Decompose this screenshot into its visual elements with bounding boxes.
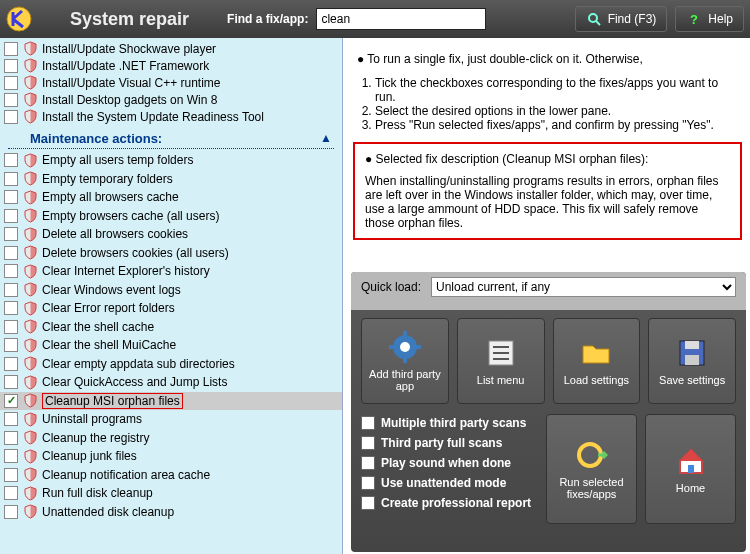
fix-item[interactable]: Delete browsers cookies (all users) xyxy=(0,244,342,263)
button-label: Run selected fixes/apps xyxy=(547,476,636,500)
shield-icon xyxy=(22,171,38,187)
fix-item[interactable]: Clear Error report folders xyxy=(0,299,342,318)
instruction-step: Press "Run selected fixes/apps", and con… xyxy=(375,118,734,132)
checkbox[interactable] xyxy=(361,476,375,490)
fix-item[interactable]: Cleanup the registry xyxy=(0,429,342,448)
checkbox[interactable] xyxy=(4,76,18,90)
checkbox[interactable] xyxy=(4,190,18,204)
quick-load-select[interactable]: Unload current, if any xyxy=(431,277,736,297)
checkbox[interactable] xyxy=(361,496,375,510)
option-checkbox-row[interactable]: Third party full scans xyxy=(361,436,538,450)
description-body: When installing/uninstalling programs re… xyxy=(365,174,730,230)
checkbox[interactable] xyxy=(4,505,18,519)
checkbox[interactable] xyxy=(4,412,18,426)
checkbox[interactable] xyxy=(4,264,18,278)
fix-item[interactable]: Clear QuickAccess and Jump Lists xyxy=(0,373,342,392)
fix-item[interactable]: Install/Update Visual C++ runtime xyxy=(0,74,342,91)
fix-item[interactable]: Install Desktop gadgets on Win 8 xyxy=(0,91,342,108)
fix-item[interactable]: Empty all users temp folders xyxy=(0,151,342,170)
checkbox[interactable] xyxy=(4,227,18,241)
details-panel: ● To run a single fix, just double-click… xyxy=(343,38,750,554)
fix-item[interactable]: Run full disk cleanup xyxy=(0,484,342,503)
search-input[interactable] xyxy=(316,8,486,30)
header: System repair Find a fix/app: Find (F3) … xyxy=(0,0,750,38)
fix-item[interactable]: Cleanup notification area cache xyxy=(0,466,342,485)
option-checkbox-row[interactable]: Multiple third party scans xyxy=(361,416,538,430)
checkbox[interactable] xyxy=(4,468,18,482)
checkbox[interactable] xyxy=(4,93,18,107)
checkbox[interactable] xyxy=(4,320,18,334)
fix-item-label: Delete browsers cookies (all users) xyxy=(42,246,229,260)
save-settings-button[interactable]: Save settings xyxy=(648,318,736,404)
fix-item[interactable]: Delete all browsers cookies xyxy=(0,225,342,244)
fix-item[interactable]: Uninstall programs xyxy=(0,410,342,429)
checkbox[interactable] xyxy=(4,431,18,445)
list-menu-button[interactable]: List menu xyxy=(457,318,545,404)
fix-item[interactable]: Install/Update .NET Framework xyxy=(0,57,342,74)
fix-item-label: Clear Error report folders xyxy=(42,301,175,315)
checkbox[interactable] xyxy=(361,456,375,470)
load-settings-button[interactable]: Load settings xyxy=(553,318,641,404)
checkbox[interactable] xyxy=(4,110,18,124)
checkbox[interactable] xyxy=(4,153,18,167)
find-button[interactable]: Find (F3) xyxy=(575,6,668,32)
checkbox[interactable] xyxy=(4,486,18,500)
shield-icon xyxy=(22,92,38,108)
fix-item[interactable]: Clear Windows event logs xyxy=(0,281,342,300)
option-checkbox-row[interactable]: Use unattended mode xyxy=(361,476,538,490)
checkbox[interactable] xyxy=(4,59,18,73)
fix-item-label: Empty temporary folders xyxy=(42,172,173,186)
fix-item[interactable]: Clear Internet Explorer's history xyxy=(0,262,342,281)
section-header[interactable]: Maintenance actions:▲ xyxy=(8,127,334,149)
fix-item[interactable]: Clear the shell cache xyxy=(0,318,342,337)
fix-item[interactable]: ✓Cleanup MSI orphan files xyxy=(0,392,342,411)
shield-icon xyxy=(22,189,38,205)
fix-item[interactable]: Empty all browsers cache xyxy=(0,188,342,207)
shield-icon xyxy=(22,263,38,279)
fix-item-label: Delete all browsers cookies xyxy=(42,227,188,241)
checkbox[interactable] xyxy=(361,436,375,450)
fix-item-label: Clear QuickAccess and Jump Lists xyxy=(42,375,227,389)
folder-icon xyxy=(579,336,613,370)
checkbox[interactable] xyxy=(4,375,18,389)
home-button[interactable]: Home xyxy=(645,414,736,524)
fix-item-label: Run full disk cleanup xyxy=(42,486,153,500)
run-selected-fixes-apps-button[interactable]: Run selected fixes/apps xyxy=(546,414,637,524)
fix-item-label: Cleanup junk files xyxy=(42,449,137,463)
checkbox[interactable]: ✓ xyxy=(4,394,18,408)
checkbox[interactable] xyxy=(4,301,18,315)
svg-rect-15 xyxy=(685,341,699,349)
checkbox[interactable] xyxy=(4,357,18,371)
list-icon xyxy=(484,336,518,370)
help-button[interactable]: ? Help xyxy=(675,6,744,32)
checkbox[interactable] xyxy=(4,449,18,463)
shield-icon xyxy=(22,356,38,372)
fix-item[interactable]: Unattended disk cleanup xyxy=(0,503,342,522)
checkbox[interactable] xyxy=(4,246,18,260)
checkbox-label: Third party full scans xyxy=(381,436,502,450)
fix-item[interactable]: Clear the shell MuiCache xyxy=(0,336,342,355)
checkbox-label: Use unattended mode xyxy=(381,476,506,490)
fix-item[interactable]: Empty temporary folders xyxy=(0,170,342,189)
fix-item-label: Clear empty appdata sub directories xyxy=(42,357,235,371)
fix-item[interactable]: Clear empty appdata sub directories xyxy=(0,355,342,374)
fix-item-label: Clear Windows event logs xyxy=(42,283,181,297)
checkbox[interactable] xyxy=(4,283,18,297)
add-third-party-app-button[interactable]: Add third party app xyxy=(361,318,449,404)
fix-item[interactable]: Install the System Update Readiness Tool xyxy=(0,108,342,125)
checkbox[interactable] xyxy=(361,416,375,430)
checkbox[interactable] xyxy=(4,42,18,56)
options-panel: Quick load: Unload current, if any Add t… xyxy=(351,272,746,552)
checkbox[interactable] xyxy=(4,338,18,352)
shield-icon xyxy=(22,467,38,483)
shield-icon xyxy=(22,411,38,427)
checkbox[interactable] xyxy=(4,172,18,186)
option-checkbox-row[interactable]: Create professional report xyxy=(361,496,538,510)
fix-item[interactable]: Install/Update Shockwave player xyxy=(0,40,342,57)
button-label: Home xyxy=(676,482,705,494)
fix-item[interactable]: Cleanup junk files xyxy=(0,447,342,466)
checkbox[interactable] xyxy=(4,209,18,223)
shield-icon xyxy=(22,430,38,446)
option-checkbox-row[interactable]: Play sound when done xyxy=(361,456,538,470)
fix-item[interactable]: Empty browsers cache (all users) xyxy=(0,207,342,226)
